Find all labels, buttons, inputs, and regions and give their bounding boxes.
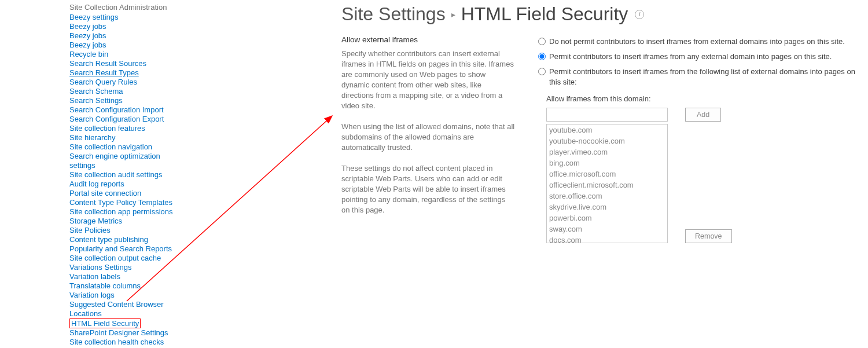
domain-list-item[interactable]: bing.com — [547, 157, 667, 168]
domain-list-item[interactable]: docs.com — [547, 235, 667, 243]
breadcrumb: Site Settings ▸ HTML Field Security i — [341, 3, 868, 25]
sidebar-link[interactable]: Beezy jobs — [69, 41, 179, 50]
domain-section: Allow iframes from this domain: Add yout… — [546, 94, 868, 243]
domain-list-item[interactable]: sway.com — [547, 224, 667, 235]
sidebar-link[interactable]: Recycle bin — [69, 50, 179, 59]
sidebar-link[interactable]: Site hierarchy — [69, 133, 179, 142]
form-column: Do not permit contributors to insert ifr… — [538, 35, 868, 243]
sidebar-link[interactable]: Site Policies — [69, 226, 179, 235]
radio-input[interactable] — [538, 53, 546, 60]
section-heading: Allow external iframes — [341, 35, 515, 44]
sidebar-link[interactable]: Beezy jobs — [69, 31, 179, 41]
radio-option: Do not permit contributors to insert ifr… — [538, 36, 868, 47]
sidebar-link[interactable]: Site collection audit settings — [69, 170, 179, 180]
radio-label[interactable]: Permit contributors to insert iframes fr… — [549, 52, 832, 62]
sidebar-link[interactable]: Site collection app permissions — [69, 207, 179, 217]
radio-option: Permit contributors to insert iframes fr… — [538, 67, 868, 87]
description-paragraph: When using the list of allowed domains, … — [341, 122, 515, 153]
radio-input[interactable] — [538, 68, 546, 75]
domain-list-item[interactable]: store.office.com — [547, 191, 667, 202]
sidebar-heading: Site Collection Administration — [69, 3, 179, 12]
radio-label[interactable]: Do not permit contributors to insert ifr… — [549, 36, 845, 47]
sidebar-link[interactable]: Popularity and Search Reports — [69, 244, 179, 254]
radio-input[interactable] — [538, 38, 546, 45]
info-icon[interactable]: i — [635, 10, 644, 19]
domain-list-item[interactable]: office.microsoft.com — [547, 168, 667, 180]
remove-button[interactable]: Remove — [685, 229, 732, 243]
domain-input[interactable] — [546, 108, 668, 122]
radio-label[interactable]: Permit contributors to insert iframes fr… — [549, 67, 868, 87]
sidebar-link[interactable]: Audit log reports — [69, 180, 179, 189]
add-button[interactable]: Add — [685, 108, 721, 122]
sidebar-link[interactable]: Search Configuration Import — [69, 105, 179, 115]
sidebar-link[interactable]: Content type publishing — [69, 235, 179, 244]
description-column: Allow external iframes Specify whether c… — [341, 35, 515, 226]
domain-list-item[interactable]: skydrive.live.com — [547, 202, 667, 213]
sidebar-link[interactable]: Beezy settings — [69, 13, 179, 22]
domain-list-item[interactable]: officeclient.microsoft.com — [547, 180, 667, 191]
domain-listbox[interactable]: youtube.comyoutube-nocookie.complayer.vi… — [546, 124, 668, 243]
sidebar-link[interactable]: Beezy jobs — [69, 22, 179, 31]
radio-option: Permit contributors to insert iframes fr… — [538, 52, 868, 62]
description-paragraph: These settings do not affect content pla… — [341, 163, 515, 215]
domain-list-item[interactable]: youtube-nocookie.com — [547, 135, 667, 146]
sidebar-link[interactable]: Site collection health checks — [69, 338, 179, 347]
domain-list-item[interactable]: youtube.com — [547, 124, 667, 135]
sidebar-link[interactable]: Search Schema — [69, 87, 179, 96]
sidebar: Site Collection Administration Beezy set… — [0, 0, 179, 348]
sidebar-link[interactable]: Site collection output cache — [69, 254, 179, 263]
breadcrumb-separator-icon: ▸ — [451, 10, 455, 19]
domain-list-item[interactable]: powerbi.com — [547, 213, 667, 224]
sidebar-link[interactable]: Suggested Content Browser Locations — [69, 300, 179, 318]
sidebar-link[interactable]: Search Configuration Export — [69, 115, 179, 124]
sidebar-link[interactable]: Search engine optimization settings — [69, 152, 179, 170]
sidebar-link[interactable]: Site collection navigation — [69, 142, 179, 152]
main-content: Site Settings ▸ HTML Field Security i Al… — [179, 0, 868, 243]
description-paragraph: Specify whether contributors can insert … — [341, 49, 515, 111]
sidebar-link[interactable]: Variation labels — [69, 272, 179, 281]
sidebar-link[interactable]: Content Type Policy Templates — [69, 198, 179, 207]
sidebar-link[interactable]: Storage Metrics — [69, 217, 179, 226]
sidebar-link[interactable]: Search Query Rules — [69, 78, 179, 87]
domain-list-item[interactable]: player.vimeo.com — [547, 146, 667, 157]
sidebar-link[interactable]: HTML Field Security — [69, 318, 141, 328]
page-title: HTML Field Security — [461, 3, 628, 25]
domain-field-label: Allow iframes from this domain: — [546, 94, 868, 103]
sidebar-link[interactable]: Variation logs — [69, 291, 179, 300]
sidebar-link[interactable]: Search Result Types — [69, 68, 179, 78]
sidebar-link[interactable]: SharePoint Designer Settings — [69, 328, 179, 338]
sidebar-link[interactable]: Search Settings — [69, 96, 179, 105]
sidebar-link[interactable]: Variations Settings — [69, 263, 179, 272]
sidebar-link[interactable]: Portal site connection — [69, 189, 179, 198]
breadcrumb-parent-link[interactable]: Site Settings — [341, 3, 446, 25]
sidebar-link[interactable]: Site collection features — [69, 124, 179, 133]
sidebar-link[interactable]: Translatable columns — [69, 281, 179, 291]
sidebar-link[interactable]: Search Result Sources — [69, 59, 179, 68]
